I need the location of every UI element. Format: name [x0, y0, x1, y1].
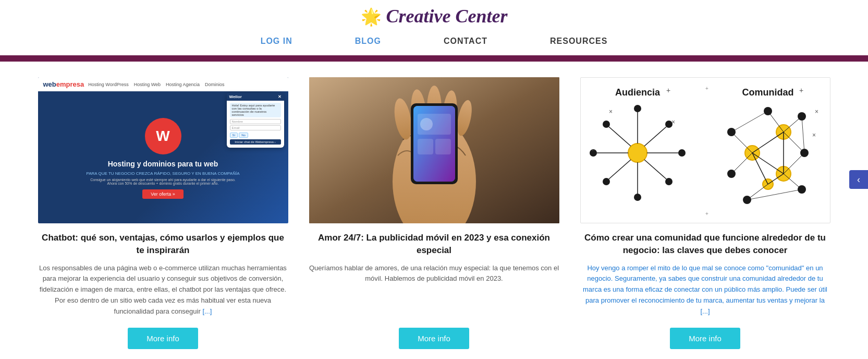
- svg-line-22: [609, 127, 631, 146]
- svg-line-52: [752, 153, 784, 174]
- phone-hand-visual: [309, 77, 559, 223]
- community-diagram: Audiencia + × ×: [581, 78, 830, 223]
- top-bar: [0, 57, 868, 62]
- svg-text:×: ×: [609, 108, 613, 115]
- svg-line-61: [784, 153, 804, 174]
- svg-line-51: [752, 132, 784, 153]
- chat-submit-btn[interactable]: Iniciar chat de Webempresa ›: [230, 139, 281, 145]
- svg-text:+: +: [705, 211, 708, 217]
- nav-contact[interactable]: CONTACT: [444, 37, 487, 46]
- card-community: Audiencia + × ×: [580, 77, 830, 349]
- main-nav: LOG IN BLOG CONTACT RESOURCES: [0, 27, 868, 57]
- chat-overlay: Wellor ✕ Hola! Estoy aquí para ayudarte …: [227, 93, 284, 148]
- svg-line-63: [747, 184, 768, 200]
- svg-line-65: [802, 116, 804, 153]
- card-community-image: Audiencia + × ×: [580, 77, 830, 223]
- nav-login[interactable]: LOG IN: [261, 37, 292, 46]
- card-chatbot-title: Chatbot: qué son, ventajas, cómo usarlos…: [38, 232, 288, 257]
- svg-line-66: [747, 189, 802, 200]
- svg-point-33: [665, 178, 673, 185]
- community-more-info-btn[interactable]: More info: [670, 328, 740, 349]
- card-chatbot-image: webempresa Hosting WordPress Hosting Web…: [38, 77, 288, 223]
- chat-email-row: Email: [230, 125, 281, 130]
- card-mobile-ad: Amor 24/7: La publicidad móvil en 2023 y…: [309, 77, 559, 349]
- card-mobile-ad-image: [309, 77, 559, 223]
- chat-name-field: Nombre: [230, 119, 281, 124]
- svg-text:+: +: [666, 86, 670, 94]
- diagram-svg: Audiencia + × ×: [585, 80, 825, 221]
- chatbot-more-info-btn[interactable]: More info: [128, 328, 198, 349]
- svg-line-23: [644, 127, 666, 146]
- we-sub-text: PARA QUE TU NEGOCIO CREZCA RÁPIDO, SEGUR…: [87, 171, 240, 176]
- we-circle-logo: W: [145, 118, 181, 154]
- chat-actions: Sí No: [230, 133, 281, 138]
- svg-line-62: [784, 174, 802, 189]
- site-header: 🌟 Creative Center: [0, 0, 868, 27]
- cards-section: webempresa Hosting WordPress Hosting Web…: [0, 62, 868, 359]
- card-mobile-ad-excerpt: Queríamos hablar de amores, de una relac…: [309, 263, 559, 285]
- nav-blog[interactable]: BLOG: [355, 37, 381, 46]
- webempresa-header: webempresa Hosting WordPress Hosting Web…: [38, 77, 288, 91]
- svg-rect-12: [435, 139, 451, 154]
- chat-yes-btn[interactable]: Sí: [230, 133, 238, 138]
- svg-line-55: [752, 153, 768, 184]
- sidebar-toggle[interactable]: ‹: [849, 170, 868, 189]
- webempresa-logo: webempresa: [43, 80, 84, 88]
- svg-point-30: [603, 121, 610, 128]
- we-desc-text: Consigue un alojamiento web que esté sie…: [90, 178, 236, 185]
- chat-no-btn[interactable]: No: [239, 133, 248, 138]
- svg-rect-11: [418, 139, 433, 154]
- webempresa-nav: Hosting WordPress Hosting Web Hosting Ag…: [88, 82, 224, 87]
- title-text: Creative Center: [386, 6, 508, 27]
- svg-line-25: [644, 160, 666, 179]
- svg-line-60: [784, 132, 804, 153]
- chat-email-field: Email: [230, 125, 281, 130]
- we-offer-btn[interactable]: Ver oferta »: [142, 189, 184, 199]
- mobile-ad-more-info-btn[interactable]: More info: [399, 328, 469, 349]
- we-main-text: Hosting y dominios para tu web: [108, 160, 218, 168]
- svg-point-32: [603, 178, 610, 185]
- svg-line-57: [731, 153, 752, 174]
- chat-field-row: Nombre: [230, 119, 281, 124]
- chat-bubble-1: Hola! Estoy aquí para ayudarte con las c…: [230, 103, 281, 117]
- card-chatbot: webempresa Hosting WordPress Hosting Web…: [38, 77, 288, 349]
- svg-point-31: [665, 121, 673, 128]
- card-chatbot-excerpt: Los responsables de una página web o e-c…: [38, 263, 288, 317]
- svg-line-24: [609, 160, 631, 179]
- svg-text:×: ×: [815, 108, 818, 115]
- card-community-title: Cómo crear una comunidad que funcione al…: [580, 232, 830, 257]
- chat-submit-row: Iniciar chat de Webempresa ›: [230, 139, 281, 145]
- card-community-excerpt: Hoy vengo a romper el mito de lo que mal…: [580, 263, 830, 317]
- svg-point-13: [420, 118, 433, 130]
- svg-point-17: [628, 143, 647, 162]
- chat-header: Wellor ✕: [227, 93, 284, 101]
- svg-line-64: [731, 111, 768, 132]
- cards-wrapper: 💾 🗑 📋 webempresa Hosting WordPress Hosti…: [0, 62, 868, 359]
- title-icon: 🌟: [361, 7, 382, 26]
- svg-point-26: [634, 105, 641, 112]
- svg-line-56: [731, 132, 752, 153]
- svg-text:×: ×: [812, 131, 816, 139]
- phone-hand-svg: [309, 77, 559, 223]
- svg-line-58: [768, 111, 784, 132]
- site-title: 🌟 Creative Center: [0, 5, 868, 27]
- nav-resources[interactable]: RESOURCES: [550, 37, 607, 46]
- svg-point-29: [678, 149, 686, 157]
- svg-text:+: +: [705, 86, 708, 91]
- audiencia-label: Audiencia: [615, 87, 660, 98]
- chatbot-read-more[interactable]: [...]: [202, 307, 212, 315]
- svg-text:←: ←: [591, 147, 596, 153]
- card-mobile-ad-title: Amor 24/7: La publicidad móvil en 2023 y…: [309, 232, 559, 257]
- svg-text:+: +: [799, 86, 803, 94]
- comunidad-label: Comunidad: [742, 87, 793, 98]
- svg-point-27: [634, 194, 641, 201]
- svg-line-59: [784, 116, 802, 132]
